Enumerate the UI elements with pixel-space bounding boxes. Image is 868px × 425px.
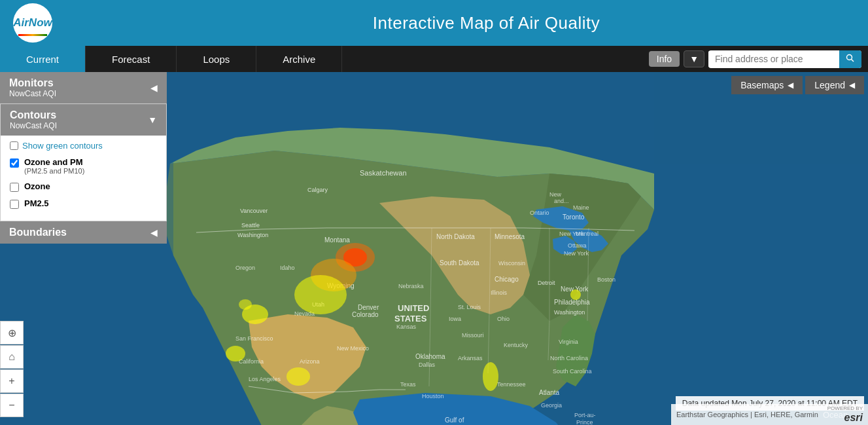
basemaps-button[interactable]: Basemaps ◀: [731, 76, 803, 94]
contour-pm25-option: PM2.5: [10, 198, 157, 209]
svg-text:Gulf of: Gulf of: [445, 416, 464, 424]
monitors-header[interactable]: Monitors NowCast AQI ◀: [0, 72, 167, 103]
contours-section: Contours NowCast AQI ▼ Show green contou…: [0, 103, 167, 221]
svg-text:Maine: Maine: [573, 204, 589, 211]
svg-text:Ontario: Ontario: [530, 210, 549, 216]
logo-area[interactable]: AirNow: [13, 3, 118, 43]
svg-text:and...: and...: [554, 198, 569, 204]
show-green-contours-label: Show green contours: [22, 141, 103, 151]
tab-current[interactable]: Current: [0, 46, 86, 72]
compass-button[interactable]: ⊕: [0, 321, 24, 344]
contour-ozone-pm-option: Ozone and PM (PM2.5 and PM10): [10, 157, 157, 175]
show-green-contours-checkbox[interactable]: [10, 141, 18, 150]
tab-archive[interactable]: Archive: [256, 46, 342, 72]
contour-pm25-label: PM2.5: [24, 198, 49, 208]
show-green-contours-row: Show green contours: [10, 141, 157, 151]
monitors-title: Monitors: [9, 77, 56, 89]
boundaries-header[interactable]: Boundaries ◀: [0, 221, 167, 244]
legend-button[interactable]: Legend ◀: [805, 76, 864, 94]
zoom-in-button[interactable]: +: [0, 369, 24, 393]
svg-text:Arizona: Arizona: [300, 358, 320, 365]
svg-text:New Mexico: New Mexico: [337, 345, 369, 352]
esri-powered-by: POWERED BY: [827, 405, 863, 412]
svg-point-81: [239, 299, 252, 310]
svg-text:California: California: [239, 358, 264, 365]
map-top-right: Basemaps ◀ Legend ◀: [731, 76, 864, 94]
dropdown-button[interactable]: ▼: [684, 50, 704, 67]
contour-ozone-label: Ozone: [24, 181, 50, 191]
svg-text:Calgary: Calgary: [307, 187, 328, 193]
svg-text:Port-au-: Port-au-: [574, 412, 596, 418]
contours-subtitle: NowCast AQI: [10, 121, 57, 130]
svg-text:STATES: STATES: [394, 314, 427, 323]
tab-forecast[interactable]: Forecast: [86, 46, 177, 72]
home-icon: ⌂: [9, 351, 15, 363]
svg-text:Wisconsin: Wisconsin: [498, 260, 525, 267]
svg-point-82: [226, 346, 245, 361]
contours-header[interactable]: Contours NowCast AQI ▼: [1, 104, 166, 136]
zoom-out-icon: −: [9, 399, 14, 411]
svg-text:Prince: Prince: [576, 419, 593, 425]
esri-logo: esri: [844, 412, 863, 424]
svg-point-84: [483, 362, 498, 391]
svg-text:Denver: Denver: [358, 304, 379, 311]
page-title: Interactive Map of Air Quality: [118, 13, 855, 33]
svg-text:Virginia: Virginia: [559, 339, 578, 345]
search-button[interactable]: [839, 50, 861, 68]
contours-title: Contours: [10, 109, 57, 121]
svg-text:Ottawa: Ottawa: [568, 242, 587, 249]
zoom-in-icon: +: [9, 375, 14, 387]
svg-text:Seattle: Seattle: [241, 222, 260, 229]
contour-ozone-pm-checkbox[interactable]: [10, 158, 19, 168]
zoom-out-button[interactable]: −: [0, 394, 24, 417]
svg-text:Houston: Houston: [422, 393, 444, 399]
compass-icon: ⊕: [8, 327, 16, 339]
tab-loops[interactable]: Loops: [177, 46, 256, 72]
nav-right: Info ▼: [649, 46, 868, 72]
svg-text:Chicago: Chicago: [495, 276, 519, 283]
map-controls: ⊕ ⌂ + −: [0, 321, 24, 417]
svg-text:Minnesota: Minnesota: [495, 233, 525, 240]
svg-text:San Francisco: San Francisco: [235, 335, 273, 342]
home-button[interactable]: ⌂: [0, 345, 24, 369]
svg-text:Detroit: Detroit: [538, 280, 555, 286]
svg-text:Montreal: Montreal: [576, 231, 599, 237]
svg-text:Oklahoma: Oklahoma: [415, 353, 445, 360]
svg-text:Idaho: Idaho: [280, 265, 295, 271]
svg-text:Los Angeles: Los Angeles: [249, 376, 281, 382]
svg-text:Toronto: Toronto: [563, 213, 585, 221]
svg-text:Dallas: Dallas: [419, 361, 436, 368]
svg-text:Kentucky: Kentucky: [504, 342, 529, 348]
search-input[interactable]: [708, 51, 839, 67]
svg-text:New: New: [549, 191, 562, 198]
esri-attribution-bar: Earthstar Geographics | Esri, HERE, Garm…: [671, 404, 868, 425]
svg-text:North Dakota: North Dakota: [436, 233, 475, 240]
svg-text:Missouri: Missouri: [462, 332, 484, 339]
sidebar: Monitors NowCast AQI ◀ Contours NowCast …: [0, 72, 167, 244]
svg-text:Philadelphia: Philadelphia: [554, 299, 590, 306]
svg-point-83: [286, 367, 310, 386]
main: Saskatchewan Calgary Vancouver Seattle W…: [0, 72, 868, 425]
info-button[interactable]: Info: [649, 51, 680, 67]
svg-text:South Dakota: South Dakota: [440, 259, 479, 267]
svg-line-1: [852, 59, 854, 62]
svg-point-79: [294, 275, 347, 314]
svg-text:St. Louis: St. Louis: [458, 304, 481, 310]
svg-text:UNITED: UNITED: [398, 303, 429, 313]
svg-text:Boston: Boston: [597, 276, 616, 283]
search-box: [708, 50, 861, 68]
contours-collapse-icon: ▼: [148, 115, 157, 125]
navbar: Current Forecast Loops Archive Info ▼: [0, 46, 868, 72]
airnow-logo[interactable]: AirNow: [13, 3, 52, 43]
contour-pm25-checkbox[interactable]: [10, 200, 19, 209]
svg-text:South Carolina: South Carolina: [553, 368, 592, 375]
svg-point-0: [847, 54, 852, 60]
svg-text:Saskatchewan: Saskatchewan: [360, 169, 407, 177]
svg-text:Ohio: Ohio: [497, 316, 510, 322]
contour-ozone-checkbox[interactable]: [10, 183, 19, 192]
contour-ozone-option: Ozone: [10, 181, 157, 192]
svg-text:Kansas: Kansas: [396, 323, 417, 330]
svg-rect-3: [654, 164, 868, 425]
monitors-collapse-icon: ◀: [150, 83, 158, 93]
svg-text:Atlanta: Atlanta: [539, 389, 560, 396]
